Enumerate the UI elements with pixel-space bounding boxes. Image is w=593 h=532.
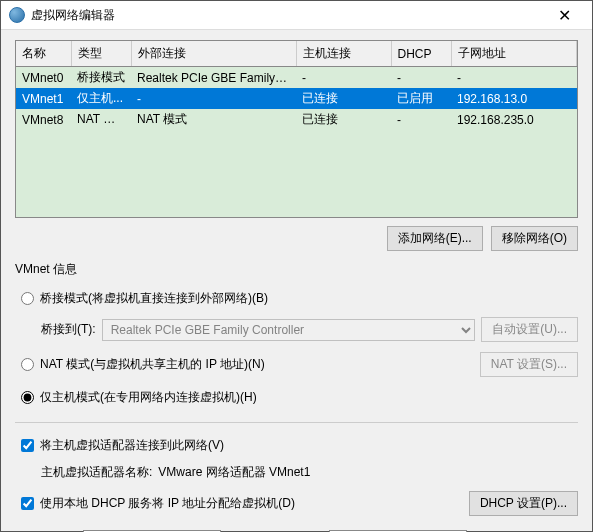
- separator: [15, 422, 578, 423]
- hostonly-label: 仅主机模式(在专用网络内连接虚拟机)(H): [40, 389, 257, 406]
- table-button-row: 添加网络(E)... 移除网络(O): [15, 226, 578, 251]
- dhcp-settings-button[interactable]: DHCP 设置(P)...: [469, 491, 578, 516]
- bridged-radio[interactable]: [21, 292, 34, 305]
- connect-host-label: 将主机虚拟适配器连接到此网络(V): [40, 437, 224, 454]
- hostonly-radio-row[interactable]: 仅主机模式(在专用网络内连接虚拟机)(H): [21, 389, 578, 406]
- nat-radio[interactable]: [21, 358, 34, 371]
- table-header-row: 名称 类型 外部连接 主机连接 DHCP 子网地址: [16, 41, 577, 67]
- host-adapter-label: 主机虚拟适配器名称:: [41, 464, 152, 481]
- col-host[interactable]: 主机连接: [296, 41, 391, 67]
- titlebar: 虚拟网络编辑器 ✕: [1, 1, 592, 30]
- dialog-window: 虚拟网络编辑器 ✕ 名称 类型 外部连接 主机连接 DHCP 子网地址: [0, 0, 593, 532]
- col-dhcp[interactable]: DHCP: [391, 41, 451, 67]
- bridged-radio-row[interactable]: 桥接模式(将虚拟机直接连接到外部网络)(B): [21, 290, 578, 307]
- connect-host-row[interactable]: 将主机虚拟适配器连接到此网络(V): [21, 437, 578, 454]
- nat-radio-row[interactable]: NAT 模式(与虚拟机共享主机的 IP 地址)(N) NAT 设置(S)...: [21, 352, 578, 377]
- auto-settings-button: 自动设置(U)...: [481, 317, 578, 342]
- app-icon: [9, 7, 25, 23]
- bridged-label: 桥接模式(将虚拟机直接连接到外部网络)(B): [40, 290, 268, 307]
- add-network-button[interactable]: 添加网络(E)...: [387, 226, 483, 251]
- host-adapter-name: VMware 网络适配器 VMnet1: [158, 464, 310, 481]
- col-ext[interactable]: 外部连接: [131, 41, 296, 67]
- col-type[interactable]: 类型: [71, 41, 131, 67]
- use-dhcp-row[interactable]: 使用本地 DHCP 服务将 IP 地址分配给虚拟机(D) DHCP 设置(P).…: [21, 491, 578, 516]
- network-table[interactable]: 名称 类型 外部连接 主机连接 DHCP 子网地址 VMnet0 桥接模式 Re…: [15, 40, 578, 218]
- hostonly-radio[interactable]: [21, 391, 34, 404]
- bridged-adapter-select: Realtek PCIe GBE Family Controller: [102, 319, 476, 341]
- close-icon[interactable]: ✕: [544, 1, 584, 29]
- vmnet-info-title: VMnet 信息: [15, 261, 578, 278]
- connect-host-checkbox[interactable]: [21, 439, 34, 452]
- table-row[interactable]: VMnet1 仅主机... - 已连接 已启用 192.168.13.0: [16, 88, 577, 109]
- nat-label: NAT 模式(与虚拟机共享主机的 IP 地址)(N): [40, 356, 265, 373]
- use-dhcp-checkbox[interactable]: [21, 497, 34, 510]
- nat-settings-button: NAT 设置(S)...: [480, 352, 578, 377]
- use-dhcp-label: 使用本地 DHCP 服务将 IP 地址分配给虚拟机(D): [40, 495, 295, 512]
- host-adapter-row: 主机虚拟适配器名称: VMware 网络适配器 VMnet1: [41, 464, 578, 481]
- remove-network-button[interactable]: 移除网络(O): [491, 226, 578, 251]
- table-row[interactable]: VMnet8 NAT 模式 NAT 模式 已连接 - 192.168.235.0: [16, 109, 577, 130]
- col-subnet[interactable]: 子网地址: [451, 41, 577, 67]
- content-area: 名称 类型 外部连接 主机连接 DHCP 子网地址 VMnet0 桥接模式 Re…: [1, 30, 592, 532]
- bridged-to-row: 桥接到(T): Realtek PCIe GBE Family Controll…: [41, 317, 578, 342]
- col-name[interactable]: 名称: [16, 41, 71, 67]
- table-row[interactable]: VMnet0 桥接模式 Realtek PCIe GBE Family Co..…: [16, 67, 577, 89]
- window-title: 虚拟网络编辑器: [31, 7, 544, 24]
- bridged-to-label: 桥接到(T):: [41, 321, 96, 338]
